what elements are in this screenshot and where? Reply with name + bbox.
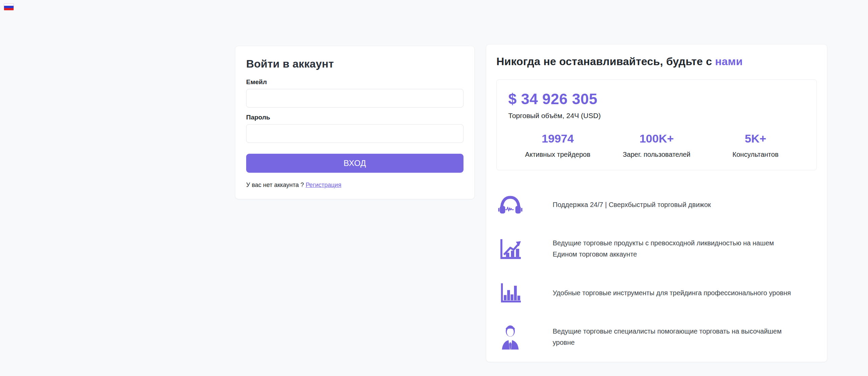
feature-row-specialists: Ведущие торговые специалисты помогающие … — [496, 315, 817, 359]
stat-value: 19974 — [508, 132, 607, 145]
stat-active-traders: 19974 Активных трейдеров — [508, 132, 607, 158]
headphones-support-icon — [497, 194, 524, 215]
email-label: Емейл — [246, 78, 463, 86]
login-title: Войти в аккаунт — [246, 58, 463, 70]
feature-text: Поддержка 24/7 | Сверхбыстрый торговый д… — [553, 199, 711, 210]
stat-value: 5K+ — [706, 132, 805, 145]
bar-chart-icon — [497, 282, 524, 304]
email-field[interactable] — [246, 89, 463, 108]
promo-heading: Никогда не останавливайтесь, будьте с на… — [496, 55, 817, 68]
stat-consultants: 5K+ Консультантов — [706, 132, 805, 158]
password-label: Пароль — [246, 114, 463, 121]
login-card: Войти в аккаунт Емейл Пароль ВХОД У вас … — [235, 46, 475, 199]
login-footer: У вас нет аккаунта ? Регистрация — [246, 182, 463, 189]
stat-value: 100K+ — [607, 132, 706, 145]
flag-stripe-red — [4, 8, 14, 10]
register-link[interactable]: Регистрация — [305, 182, 341, 188]
trading-volume-caption: Торговый объём, 24Ч (USD) — [508, 112, 805, 120]
feature-text: Ведущие торговые специалисты помогающие … — [553, 326, 800, 348]
feature-row-products: Ведущие торговые продукты с превосходной… — [496, 227, 817, 271]
login-submit-button[interactable]: ВХОД — [246, 154, 463, 173]
promo-panel: Никогда не останавливайтесь, будьте с на… — [486, 44, 827, 362]
no-account-text: У вас нет аккаунта ? — [246, 182, 304, 188]
feature-row-support: Поддержка 24/7 | Сверхбыстрый торговый д… — [496, 183, 817, 227]
growth-chart-icon — [497, 237, 524, 261]
features-list: Поддержка 24/7 | Сверхбыстрый торговый д… — [496, 183, 817, 359]
promo-heading-prefix: Никогда не останавливайтесь, будьте с — [496, 55, 712, 68]
promo-heading-highlight: нами — [715, 55, 743, 68]
feature-text: Удобные торговые инструменты для трейдин… — [553, 287, 791, 299]
stat-label: Консультантов — [706, 151, 805, 158]
stats-card: $ 34 926 305 Торговый объём, 24Ч (USD) 1… — [496, 79, 817, 170]
trader-person-icon — [497, 324, 524, 350]
stats-row: 19974 Активных трейдеров 100K+ Зарег. по… — [508, 132, 805, 158]
language-flag-russian[interactable] — [4, 3, 14, 11]
stat-label: Активных трейдеров — [508, 151, 607, 158]
trading-volume-value: $ 34 926 305 — [508, 91, 805, 108]
feature-row-tools: Удобные торговые инструменты для трейдин… — [496, 271, 817, 315]
password-field[interactable] — [246, 124, 463, 143]
feature-text: Ведущие торговые продукты с превосходной… — [553, 238, 800, 260]
stat-registered-users: 100K+ Зарег. пользователей — [607, 132, 706, 158]
stat-label: Зарег. пользователей — [607, 151, 706, 158]
